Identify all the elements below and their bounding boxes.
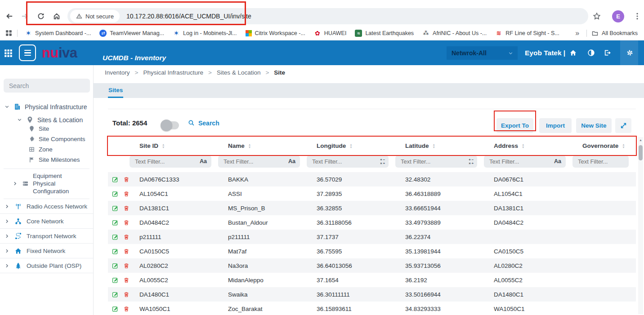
breadcrumb-item[interactable]: Physical Infrastructure: [143, 69, 203, 76]
column-header[interactable]: Address▲▼: [484, 142, 572, 149]
scrollbar-up-arrow[interactable]: ▲: [638, 137, 643, 143]
filter-box[interactable]: Aa: [484, 155, 566, 168]
sidebar-tree-item[interactable]: Equipment Physical Configuration: [0, 172, 93, 195]
not-secure-chip[interactable]: Not secure: [70, 10, 120, 22]
sidebar-tree-item[interactable]: Core Network: [0, 214, 93, 229]
chevron-right-icon[interactable]: [4, 263, 10, 269]
bookmark-item[interactable]: ✿ HUAWEI: [314, 30, 347, 37]
table-row[interactable]: DA0484C2 Bustan_Aldour 36.31188056 33.49…: [108, 215, 636, 230]
filter-box[interactable]: + − × ÷: [395, 155, 477, 168]
breadcrumb-item[interactable]: Sites & Location: [217, 69, 261, 76]
menu-kebab-icon[interactable]: [633, 12, 641, 20]
table-row[interactable]: AL0280C2 Na3ora 36.64013056 35.93713056 …: [108, 258, 636, 273]
sidebar-tree-item[interactable]: Physical Infrastructure: [0, 103, 93, 111]
sidebar-tree-item[interactable]: Site Milestones: [0, 155, 93, 165]
bookmark-item[interactable]: ≈ Latest Earthquakes: [355, 30, 414, 37]
hamburger-menu-button[interactable]: [19, 44, 36, 61]
chevron-right-icon[interactable]: [4, 233, 10, 239]
table-row[interactable]: WA1050C1 Zoc_Barakat 36.15893611 34.8329…: [108, 302, 636, 315]
sort-icon[interactable]: ▲▼: [522, 143, 524, 148]
import-button[interactable]: Import: [539, 118, 572, 133]
filter-box[interactable]: Aa: [130, 155, 211, 168]
bookmark-item[interactable]: ✶ Log in - Mobinets-Jl...: [173, 30, 237, 37]
sidebar-tree-item[interactable]: Radio Access Network: [0, 199, 93, 214]
bookmark-item[interactable]: ✶ System Dashboard -...: [25, 30, 91, 37]
address-bar[interactable]: Not secure 10.172.20.88:6016/ACE_UCMDB_U…: [67, 8, 588, 24]
sort-icon[interactable]: ▲▼: [622, 143, 625, 148]
filter-input[interactable]: [572, 155, 629, 168]
sidebar-tree-item[interactable]: Zone: [0, 144, 93, 155]
profile-avatar[interactable]: E: [612, 10, 624, 22]
delete-icon[interactable]: [123, 277, 130, 284]
column-header[interactable]: Latitude▲▼: [395, 142, 484, 149]
logout-icon[interactable]: [604, 49, 611, 57]
table-scrollbar[interactable]: ▲: [638, 137, 643, 314]
filter-input[interactable]: [484, 155, 566, 168]
browser-home-icon[interactable]: [53, 12, 61, 20]
delete-icon[interactable]: [123, 262, 130, 269]
delete-icon[interactable]: [123, 176, 130, 183]
filter-box[interactable]: [572, 155, 629, 168]
column-header[interactable]: Governorate▲▼: [572, 142, 636, 149]
all-bookmarks-button[interactable]: All Bookmarks: [591, 30, 638, 37]
chevron-down-icon[interactable]: [17, 117, 22, 123]
delete-icon[interactable]: [123, 291, 130, 298]
toggle-switch[interactable]: [162, 121, 179, 129]
tab-sites[interactable]: Sites: [108, 83, 123, 98]
home-icon[interactable]: [569, 49, 577, 57]
bookmark-star-icon[interactable]: [593, 12, 601, 20]
bookmark-item[interactable]: ⇄ TeamViewer Manag...: [99, 30, 164, 37]
filter-input[interactable]: [395, 155, 477, 168]
network-selector[interactable]: Netwrok-All: [447, 46, 518, 60]
delete-icon[interactable]: [123, 234, 130, 240]
edit-icon[interactable]: [112, 205, 118, 212]
edit-icon[interactable]: [112, 191, 118, 197]
table-row[interactable]: CA0150C5 Mat7af 36.75595 35.13981944 CA0…: [108, 244, 636, 258]
edit-icon[interactable]: [112, 248, 118, 255]
edit-icon[interactable]: [112, 176, 118, 183]
sort-icon[interactable]: ▲▼: [433, 143, 435, 148]
column-header[interactable]: Longitude▲▼: [307, 142, 395, 149]
delete-icon[interactable]: [123, 219, 130, 226]
chevron-right-icon[interactable]: [4, 218, 10, 224]
bookmark-item[interactable]: ⁂ AfriNIC - About Us -...: [422, 30, 487, 37]
forward-icon[interactable]: [21, 12, 29, 20]
edit-icon[interactable]: [112, 306, 118, 312]
sort-icon[interactable]: ▲▼: [349, 143, 352, 148]
chevron-right-icon[interactable]: [12, 181, 18, 186]
column-header[interactable]: Name▲▼: [218, 142, 307, 149]
edit-icon[interactable]: [112, 234, 118, 240]
sidebar-tree-item[interactable]: Site: [0, 124, 93, 134]
column-header[interactable]: Site ID▲▼: [130, 142, 218, 149]
sidebar-tree-item[interactable]: Sites & Location: [0, 116, 93, 124]
apps-grid-icon[interactable]: [5, 29, 13, 37]
filter-input[interactable]: [218, 155, 300, 168]
sidebar-search-input[interactable]: [4, 79, 90, 93]
sidebar-tree-item[interactable]: Fixed Network: [0, 244, 93, 258]
filter-input[interactable]: [130, 155, 211, 168]
search-button[interactable]: Search: [188, 109, 219, 137]
delete-icon[interactable]: [123, 248, 130, 255]
sidebar-tree-item[interactable]: Outside Plant (OSP): [0, 258, 93, 273]
export-to-button[interactable]: Export To: [496, 118, 533, 133]
edit-icon[interactable]: [112, 291, 118, 298]
sort-icon[interactable]: ▲▼: [248, 143, 251, 148]
table-row[interactable]: DA1480C1 Swaika 36.30111111 33.50166944 …: [108, 287, 636, 302]
filter-box[interactable]: + − × ÷: [307, 155, 389, 168]
delete-icon[interactable]: [123, 191, 130, 197]
bookmarks-overflow-chevron[interactable]: »: [575, 29, 579, 37]
chevron-right-icon[interactable]: [4, 248, 10, 254]
gear-icon[interactable]: [626, 49, 634, 57]
edit-icon[interactable]: [112, 262, 118, 269]
sidebar-tree-item[interactable]: Site Components: [0, 134, 93, 144]
table-row[interactable]: DA0676C1333 BAKKA 36.57029 32.48302 DA06…: [108, 172, 636, 186]
sort-icon[interactable]: ▲▼: [162, 143, 165, 148]
app-launcher-icon[interactable]: [4, 49, 13, 58]
filter-input[interactable]: [307, 155, 389, 168]
chevron-down-icon[interactable]: [4, 104, 10, 110]
filter-box[interactable]: Aa: [218, 155, 300, 168]
bookmark-item[interactable]: Citrix Workspace -...: [246, 30, 305, 36]
edit-icon[interactable]: [112, 277, 118, 284]
sidebar-tree-item[interactable]: Transport Network: [0, 229, 93, 244]
table-row[interactable]: AL1054C1 ASSI 37.28935 36.46318889 AL105…: [108, 186, 636, 201]
